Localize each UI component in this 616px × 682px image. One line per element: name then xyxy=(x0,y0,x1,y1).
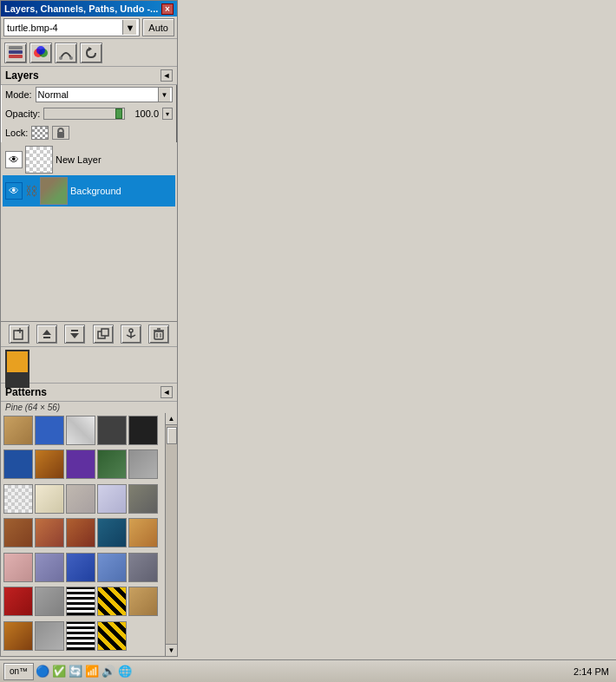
svg-rect-21 xyxy=(154,331,163,339)
pattern-thumb-blur[interactable] xyxy=(97,484,127,514)
pattern-thumb-pine[interactable] xyxy=(3,416,33,445)
layer-visibility-toggle[interactable]: 👁 xyxy=(5,182,23,200)
pattern-thumb-extra3[interactable] xyxy=(35,621,64,651)
auto-button[interactable]: Auto xyxy=(142,18,174,36)
taskbar-volume-icon[interactable]: 🔊 xyxy=(102,665,115,679)
taskbar-icon-3[interactable]: 🔄 xyxy=(69,665,82,679)
toolbar-row xyxy=(1,39,177,67)
pattern-thumb-wood3[interactable] xyxy=(66,518,95,548)
pattern-thumb-hazard[interactable] xyxy=(97,587,127,616)
svg-point-6 xyxy=(59,56,62,60)
lower-layer-button[interactable] xyxy=(64,325,85,344)
patterns-title: Patterns xyxy=(5,386,47,398)
file-dropdown-row: turtle.bmp-4 ▼ Auto xyxy=(1,16,177,39)
lock-paint-button[interactable] xyxy=(52,126,69,140)
taskbar-icon-2[interactable]: ✅ xyxy=(52,665,66,679)
anchor-layer-button[interactable] xyxy=(121,325,141,344)
pattern-thumb-teal[interactable] xyxy=(97,518,127,548)
layers-tab-button[interactable] xyxy=(4,43,27,63)
new-layer-button[interactable] xyxy=(9,325,29,344)
opacity-slider[interactable] xyxy=(43,108,125,120)
pattern-thumb-granite[interactable] xyxy=(66,484,95,514)
raise-layer-button[interactable] xyxy=(36,325,57,344)
pattern-thumb-blue2[interactable] xyxy=(3,449,33,479)
pattern-thumb-extra2[interactable] xyxy=(3,621,33,651)
layer-thumbnail xyxy=(40,177,68,205)
mode-row: Mode: Normal ▼ xyxy=(1,85,177,104)
opacity-label: Opacity: xyxy=(5,108,40,119)
pattern-thumb-extra1[interactable] xyxy=(128,587,158,616)
svg-rect-18 xyxy=(102,329,108,336)
undo-tab-button[interactable] xyxy=(80,43,102,63)
pattern-thumb-rock[interactable] xyxy=(128,484,158,514)
layer-chain-icon: ⛓ xyxy=(25,182,37,200)
pattern-thumb-extra5[interactable] xyxy=(97,621,127,651)
svg-point-5 xyxy=(36,46,45,55)
pattern-thumb-leaf[interactable] xyxy=(97,449,127,479)
layers-bottom-toolbar xyxy=(1,321,177,347)
layer-item[interactable]: 👁 ⛓ Background xyxy=(3,175,175,207)
layer-item[interactable]: 👁 New Layer xyxy=(3,144,175,175)
pattern-thumb-sky[interactable] xyxy=(97,553,127,582)
layer-thumbnail xyxy=(25,146,53,174)
taskbar-app-button[interactable]: on™ xyxy=(3,663,34,680)
layers-panel: Layers, Channels, Paths, Undo -... × tur… xyxy=(0,0,178,657)
taskbar-unknown-icon[interactable]: 🌐 xyxy=(118,665,132,679)
svg-rect-9 xyxy=(57,132,64,138)
pattern-thumb-wood2[interactable] xyxy=(35,518,64,548)
title-bar-text: Layers, Channels, Paths, Undo -... xyxy=(4,3,158,14)
mode-dropdown-arrow[interactable]: ▼ xyxy=(158,88,170,102)
layers-title: Layers xyxy=(5,69,39,82)
taskbar-start-icon[interactable]: 🔵 xyxy=(36,665,49,679)
delete-layer-button[interactable] xyxy=(148,325,169,344)
svg-marker-8 xyxy=(88,47,92,51)
channels-tab-button[interactable] xyxy=(29,43,52,63)
pattern-thumb-stripe[interactable] xyxy=(66,587,95,616)
pattern-thumb-purple[interactable] xyxy=(66,449,95,479)
file-dropdown[interactable]: turtle.bmp-4 ▼ xyxy=(3,18,140,36)
layer-name: New Layer xyxy=(56,154,102,165)
pattern-thumb-marble2[interactable] xyxy=(35,484,64,514)
patterns-scrollbar: ▲ ▼ xyxy=(165,413,177,656)
foreground-color-swatch[interactable] xyxy=(5,350,29,374)
pattern-thumb-leopard[interactable] xyxy=(35,449,64,479)
pattern-thumb-blue[interactable] xyxy=(35,416,64,445)
mode-value: Normal xyxy=(38,89,69,100)
taskbar-app-label: on™ xyxy=(10,666,28,676)
lock-label: Lock: xyxy=(5,128,28,138)
patterns-subtitle: Pine (64 × 56) xyxy=(1,402,177,413)
pattern-thumb-marble[interactable] xyxy=(66,416,95,445)
pattern-thumb-blue3[interactable] xyxy=(66,553,95,582)
opacity-slider-thumb[interactable] xyxy=(115,108,122,119)
pattern-thumb-water[interactable] xyxy=(35,553,64,582)
mode-dropdown[interactable]: Normal ▼ xyxy=(36,87,173,102)
pattern-thumb-dark2[interactable] xyxy=(128,416,158,445)
pattern-thumb-dark[interactable] xyxy=(97,416,127,445)
pattern-thumb-checker[interactable] xyxy=(3,484,33,514)
pattern-thumb-wood[interactable] xyxy=(3,518,33,548)
duplicate-layer-button[interactable] xyxy=(93,325,114,344)
pattern-thumb-pink[interactable] xyxy=(3,553,33,582)
layer-visibility-toggle[interactable]: 👁 xyxy=(5,151,23,168)
paths-tab-button[interactable] xyxy=(55,43,77,63)
patterns-collapse-button[interactable]: ◄ xyxy=(161,386,173,398)
close-button[interactable]: × xyxy=(161,3,174,15)
file-dropdown-arrow[interactable]: ▼ xyxy=(122,20,136,35)
pattern-thumb-gray2[interactable] xyxy=(35,587,64,616)
scroll-thumb[interactable] xyxy=(167,427,177,444)
pattern-thumb-metal[interactable] xyxy=(128,553,158,582)
opacity-spinner[interactable]: ▾ xyxy=(162,108,173,120)
svg-rect-14 xyxy=(43,337,50,338)
svg-rect-0 xyxy=(9,55,23,58)
layers-section-header: Layers ◄ xyxy=(1,67,177,85)
lock-transparency-button[interactable] xyxy=(31,126,49,140)
pattern-thumb-gray[interactable] xyxy=(128,449,158,479)
file-dropdown-value: turtle.bmp-4 xyxy=(7,23,58,33)
taskbar-network-icon[interactable]: 📶 xyxy=(85,665,99,679)
layers-collapse-button[interactable]: ◄ xyxy=(161,69,173,82)
scroll-down-button[interactable]: ▼ xyxy=(166,644,178,656)
pattern-thumb-red[interactable] xyxy=(3,587,33,616)
pattern-thumb-pine2[interactable] xyxy=(128,518,158,548)
scroll-up-button[interactable]: ▲ xyxy=(166,413,178,425)
pattern-thumb-extra4[interactable] xyxy=(66,621,95,651)
